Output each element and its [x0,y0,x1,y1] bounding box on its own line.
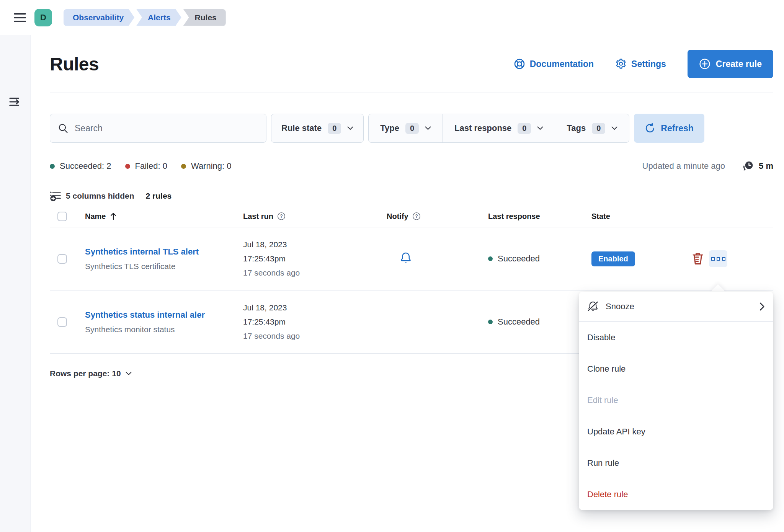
menu-item-disable[interactable]: Disable [579,322,773,353]
filter-rule-state-label: Rule state [281,123,322,133]
failed-label: Failed: 0 [135,161,167,171]
filter-tags-label: Tags [567,123,586,133]
failed-dot-icon [125,164,130,169]
header-last-run[interactable]: Last run ? [243,212,387,221]
actions-menu-button[interactable] [709,250,727,267]
bell-slash-icon [587,301,599,312]
snooze-label: Snooze [606,302,753,312]
breadcrumb-alerts[interactable]: Alerts [136,9,181,26]
menu-item-snooze[interactable]: Snooze [579,292,773,321]
rows-per-page-label: Rows per page: 10 [50,369,121,378]
boxes-horizontal-icon [722,257,725,261]
chevron-down-icon [611,126,617,130]
chevron-down-icon [126,372,132,375]
last-run-time: 17:25:43pm [243,317,387,326]
last-run-date: Jul 18, 2023 [243,240,387,249]
breadcrumb-observability[interactable]: Observability [64,9,134,26]
create-rule-button[interactable]: Create rule [688,50,773,78]
documentation-label: Documentation [530,59,594,69]
rows-per-page-button[interactable]: Rows per page: 10 [50,369,132,378]
filter-tags-count: 0 [592,123,605,134]
row-checkbox[interactable] [57,317,67,327]
state-cell: Enabled [591,227,773,290]
status-row: Succeeded: 2 Failed: 0 Warning: 0 Update… [50,160,773,172]
menu-item-run-rule[interactable]: Run rule [579,447,773,479]
filter-group: Type 0 Last response 0 Tags 0 [368,114,629,143]
header-last-run-label: Last run [243,212,273,221]
space-avatar[interactable]: D [34,9,52,26]
delete-rule-button[interactable] [690,251,706,267]
documentation-link[interactable]: Documentation [514,58,594,70]
filter-rule-state[interactable]: Rule state 0 [271,114,364,143]
boxes-horizontal-icon [717,257,720,261]
table-meta: 5 columns hidden 2 rules [50,190,773,202]
collapsed-sidebar [0,35,31,532]
chevron-down-icon [347,126,353,130]
settings-label: Settings [631,59,666,69]
warning-label: Warning: 0 [191,161,232,171]
table-header-row: Name Last run ? Notify ? La [50,206,773,227]
breadcrumb: Observability Alerts Rules [64,9,226,26]
svg-text:?: ? [280,214,283,219]
columns-hidden-icon [50,190,61,202]
filter-tags[interactable]: Tags 0 [555,114,629,142]
refresh-button[interactable]: Refresh [634,114,704,143]
plus-circle-icon [699,58,710,70]
settings-link[interactable]: Settings [615,58,666,70]
svg-text:?: ? [415,214,418,219]
rule-name-link[interactable]: Synthetics internal TLS alert [85,247,243,257]
header-name[interactable]: Name [85,212,243,221]
chevron-down-icon [537,126,543,130]
search-icon [58,123,69,134]
rules-toolbar: Rule state 0 Type 0 Last response 0 Tags… [50,114,773,143]
auto-refresh-interval: 5 m [759,161,773,171]
menu-item-delete-rule[interactable]: Delete rule [579,479,773,510]
search-input[interactable] [75,123,258,134]
warning-dot-icon [181,164,186,169]
last-response-cell: Succeeded [488,254,591,264]
filter-last-response-label: Last response [454,123,511,133]
create-rule-label: Create rule [716,59,762,69]
select-all-checkbox[interactable] [57,212,67,221]
columns-hidden-button[interactable]: 5 columns hidden [50,190,134,202]
page-header-actions: Documentation Settings Create rule [514,50,773,78]
filter-last-response-count: 0 [518,123,531,134]
last-run-ago: 17 seconds ago [243,268,387,277]
filter-type[interactable]: Type 0 [369,114,443,142]
expand-sidebar-button[interactable] [6,93,24,110]
search-input-wrapper[interactable] [50,114,266,143]
notify-bell-icon[interactable] [400,252,412,264]
rule-type-subtitle: Synthetics monitor status [85,325,243,334]
rule-actions-menu: Snooze Disable Clone rule Edit rule Upda… [579,292,773,510]
question-circle-icon: ? [277,212,286,220]
menu-button[interactable] [11,9,28,26]
rule-name-link[interactable]: Synthetics status internal aler [85,310,243,320]
filter-rule-state-count: 0 [328,123,341,134]
auto-refresh-button[interactable]: 5 m [742,160,773,172]
last-response-value: Succeeded [498,317,540,327]
last-response-cell: Succeeded [488,317,591,327]
menu-item-edit-rule: Edit rule [579,385,773,416]
header-name-label: Name [85,212,106,221]
trash-icon [691,252,705,266]
page-title: Rules [50,54,99,75]
boxes-horizontal-icon [711,257,715,261]
header-last-response[interactable]: Last response [488,212,591,221]
filter-type-label: Type [380,123,399,133]
last-run-ago: 17 seconds ago [243,331,387,341]
chevron-right-icon [760,302,765,311]
row-checkbox[interactable] [57,254,67,264]
last-updated-text: Updated a minute ago [642,161,725,171]
failed-stat: Failed: 0 [125,161,167,171]
enabled-badge: Enabled [591,251,635,266]
filter-last-response[interactable]: Last response 0 [443,114,555,142]
warning-stat: Warning: 0 [181,161,232,171]
succeeded-stat: Succeeded: 2 [50,161,111,171]
rule-type-subtitle: Synthetics TLS certificate [85,262,243,271]
table-row: Synthetics internal TLS alert Synthetics… [50,227,773,290]
menu-item-update-api-key[interactable]: Update API key [579,416,773,447]
header-notify[interactable]: Notify ? [387,212,488,221]
header-state[interactable]: State [591,212,773,221]
menu-item-clone-rule[interactable]: Clone rule [579,353,773,385]
columns-hidden-label: 5 columns hidden [66,191,134,201]
